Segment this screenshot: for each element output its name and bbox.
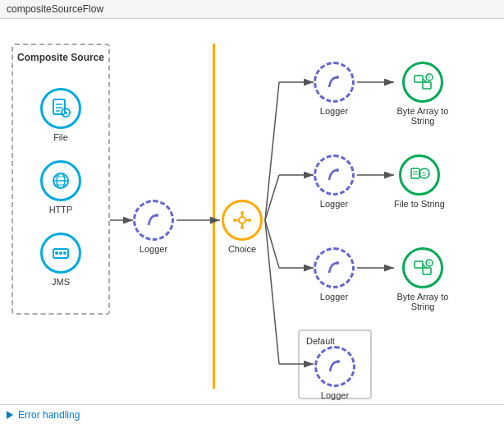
branch1-transformer-circle: T	[402, 62, 443, 103]
error-handling-label: Error handling	[18, 409, 80, 421]
svg-point-14	[59, 251, 62, 255]
svg-rect-34	[411, 168, 419, 178]
branch2-transformer-label: File to String	[394, 199, 445, 209]
canvas: Composite Source File	[0, 19, 504, 422]
default-box: Default Logger	[298, 330, 372, 399]
choice-circle	[222, 200, 263, 241]
default-logger-icon	[323, 355, 346, 378]
svg-line-53	[265, 175, 279, 220]
svg-point-23	[241, 211, 244, 214]
svg-line-50	[265, 82, 279, 220]
http-label: HTTP	[49, 205, 73, 214]
branch2-logger-label: Logger	[320, 199, 348, 209]
svg-rect-0	[53, 99, 65, 114]
branch2-transformer-node[interactable]: S File to String	[394, 154, 445, 209]
choice-node[interactable]: Choice	[222, 200, 263, 254]
svg-rect-42	[423, 268, 431, 274]
composite-source-box: Composite Source File	[11, 44, 110, 315]
branch1-logger-label: Logger	[320, 106, 348, 116]
branch1-transformer-label: Byte Array to String	[394, 106, 451, 126]
http-node[interactable]: HTTP	[40, 160, 81, 214]
logger-icon	[142, 209, 165, 232]
composite-source-label: Composite Source	[17, 52, 104, 63]
http-icon	[49, 169, 72, 192]
error-handling-bar[interactable]: Error handling	[0, 404, 504, 424]
svg-rect-28	[415, 76, 423, 82]
svg-point-18	[240, 218, 245, 223]
svg-point-13	[55, 251, 58, 255]
branch1-transformer-node[interactable]: T Byte Array to String	[394, 62, 451, 126]
jms-node[interactable]: JMS	[40, 233, 81, 287]
svg-rect-41	[415, 261, 423, 268]
main-logger-label: Logger	[140, 244, 167, 254]
branch1-logger-node[interactable]: Logger	[314, 62, 355, 116]
expand-icon	[7, 411, 13, 419]
branch1-logger-icon	[323, 71, 346, 94]
svg-text:S: S	[422, 171, 426, 177]
svg-point-15	[63, 251, 66, 255]
choice-label: Choice	[228, 244, 256, 254]
http-circle	[40, 160, 81, 201]
branch3-logger-node[interactable]: Logger	[314, 247, 355, 302]
svg-text:T: T	[428, 261, 431, 266]
bytearray-icon: T	[411, 71, 434, 94]
svg-point-25	[233, 219, 236, 222]
branch3-logger-label: Logger	[320, 292, 348, 302]
main-logger-circle	[133, 200, 174, 241]
branch1-logger-circle	[314, 62, 355, 103]
svg-line-59	[265, 220, 279, 364]
svg-point-24	[241, 226, 244, 229]
default-label: Default	[306, 336, 335, 346]
branch3-transformer-label: Byte Array to String	[394, 292, 451, 311]
branch3-transformer-circle: T	[402, 247, 443, 288]
default-logger-node[interactable]: Logger	[314, 346, 355, 400]
jms-icon	[49, 242, 72, 265]
file-label: File	[53, 132, 68, 142]
svg-point-27	[336, 76, 339, 79]
default-logger-label: Logger	[321, 390, 349, 400]
choice-icon	[231, 209, 254, 232]
flow-title: compositeSourceFlow	[0, 0, 504, 19]
main-logger-node[interactable]: Logger	[133, 200, 174, 254]
svg-text:T: T	[428, 76, 431, 81]
branch2-logger-node[interactable]: Logger	[314, 154, 355, 209]
branch3-logger-circle	[314, 247, 355, 288]
svg-point-26	[248, 219, 251, 222]
branch2-logger-icon	[323, 164, 346, 187]
branch3-transformer-node[interactable]: T Byte Array to String	[394, 247, 451, 311]
bytearray2-icon: T	[411, 256, 434, 279]
choice-divider	[213, 44, 215, 389]
file-icon	[49, 97, 72, 120]
svg-line-56	[265, 220, 279, 268]
svg-point-33	[336, 168, 339, 172]
jms-circle	[40, 233, 81, 274]
branch2-logger-circle	[314, 154, 355, 196]
branch2-transformer-circle: S	[399, 154, 440, 196]
branch3-logger-icon	[323, 256, 346, 279]
svg-point-16	[155, 214, 158, 217]
file-node[interactable]: File	[40, 88, 81, 142]
file-circle	[40, 88, 81, 129]
filetostring-icon: S	[408, 164, 431, 187]
jms-label: JMS	[52, 277, 70, 287]
svg-point-46	[337, 360, 340, 363]
svg-point-40	[336, 261, 339, 265]
default-logger-circle	[314, 346, 355, 387]
svg-rect-29	[423, 82, 431, 89]
